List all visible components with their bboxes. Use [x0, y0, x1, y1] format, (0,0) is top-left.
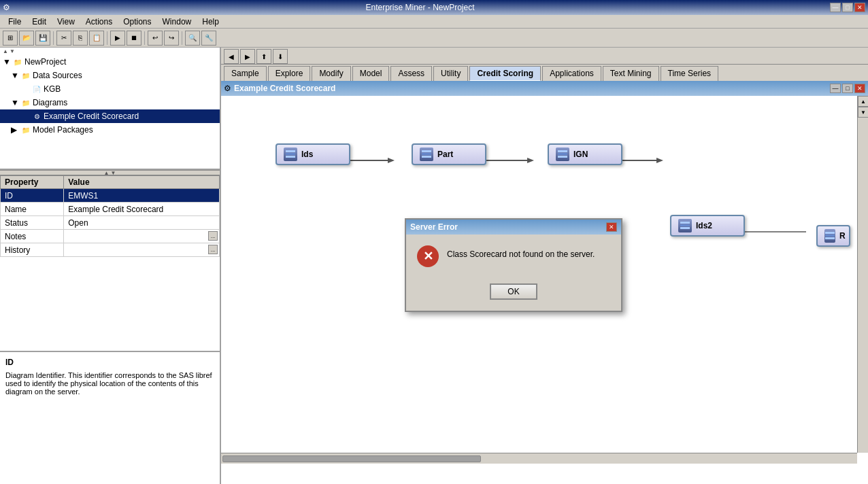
diagram-maximize[interactable]: □: [842, 84, 853, 93]
tab-bar: Sample Explore Modify Model Assess Utili…: [221, 65, 868, 81]
svg-rect-12: [422, 156, 431, 158]
tab-nav-left[interactable]: ◀: [224, 49, 239, 64]
tab-modify[interactable]: Modify: [312, 66, 350, 81]
left-panel: ▲ ▼ ▼ 📁 NewProject ▼ 📁 Data Sources 📄 KG…: [0, 48, 221, 484]
menu-view[interactable]: View: [52, 16, 80, 28]
node-partial-label: R: [839, 231, 846, 241]
tab-applications[interactable]: Applications: [542, 66, 601, 81]
prop-id-value: EMWS1: [64, 189, 220, 203]
datasources-icon: 📁: [20, 70, 31, 81]
toolbar-paste[interactable]: 📋: [89, 31, 104, 46]
tree-example-cs[interactable]: ⚙ Example Credit Scorecard: [0, 109, 220, 123]
prop-row-id[interactable]: ID EMWS1: [1, 189, 220, 203]
tree-diagrams-label: Diagrams: [33, 98, 67, 107]
tab-sample[interactable]: Sample: [224, 66, 267, 81]
panel-up-arrow[interactable]: ▲: [3, 48, 8, 54]
panel-resize-handle[interactable]: ▲ ▼: [0, 170, 220, 175]
tab-credit-scoring[interactable]: Credit Scoring: [469, 66, 541, 81]
node-part-label: Part: [437, 150, 453, 159]
node-ign[interactable]: IGN: [548, 143, 622, 165]
h-scrollbar[interactable]: [221, 453, 857, 464]
toolbar-save[interactable]: 💾: [35, 31, 50, 46]
prop-row-notes[interactable]: Notes ...: [1, 230, 220, 243]
diagram-minimize[interactable]: —: [830, 84, 841, 93]
v-scrollbar[interactable]: ▲ ▼: [857, 96, 868, 453]
diagram-title-controls[interactable]: — □ ✕: [830, 84, 865, 93]
menu-file[interactable]: File: [3, 16, 27, 28]
node-ids2[interactable]: Ids2: [670, 215, 745, 237]
tab-explore[interactable]: Explore: [268, 66, 311, 81]
error-close-button[interactable]: ✕: [606, 222, 617, 232]
v-scroll-down[interactable]: ▼: [858, 107, 868, 118]
node-partial[interactable]: R: [816, 225, 850, 247]
toolbar-cut[interactable]: ✂: [56, 31, 71, 46]
node-ids-label: Ids: [301, 150, 313, 159]
tab-text-mining[interactable]: Text Mining: [603, 66, 659, 81]
prop-notes-value: ...: [64, 230, 220, 243]
h-scroll-thumb[interactable]: [222, 455, 481, 462]
minimize-button[interactable]: —: [830, 3, 841, 12]
tree-model-packages[interactable]: ▶ 📁 Model Packages: [0, 123, 220, 137]
svg-marker-3: [527, 158, 534, 163]
prop-status-value: Open: [64, 216, 220, 230]
main-layout: ▲ ▼ ▼ 📁 NewProject ▼ 📁 Data Sources 📄 KG…: [0, 48, 868, 484]
prop-history-value: ...: [64, 243, 220, 257]
menu-edit[interactable]: Edit: [27, 16, 52, 28]
toolbar-undo[interactable]: ↩: [148, 31, 163, 46]
toolbar-zoom-in[interactable]: 🔍: [185, 31, 200, 46]
panel-down-arrow[interactable]: ▼: [10, 48, 15, 54]
tab-nav-up[interactable]: ⬆: [256, 49, 271, 64]
tab-assess[interactable]: Assess: [390, 66, 432, 81]
project-icon: 📁: [12, 56, 23, 67]
toolbar-props[interactable]: 🔧: [201, 31, 216, 46]
menu-window[interactable]: Window: [157, 16, 197, 28]
toolbar-copy[interactable]: ⎘: [73, 31, 88, 46]
node-part[interactable]: Part: [412, 143, 486, 165]
menu-help[interactable]: Help: [197, 16, 224, 28]
toolbar-new[interactable]: ⊞: [3, 31, 18, 46]
diagram-title-text: Example Credit Scorecard: [234, 84, 335, 93]
svg-rect-15: [558, 156, 567, 158]
tree-kgb[interactable]: 📄 KGB: [0, 82, 220, 96]
toolbar-stop[interactable]: ⏹: [127, 31, 141, 46]
tree-kgb-label: KGB: [44, 84, 61, 94]
node-ign-label: IGN: [573, 150, 588, 159]
toolbar: ⊞ 📂 💾 ✂ ⎘ 📋 ▶ ⏹ ↩ ↪ 🔍 🔧: [0, 29, 868, 48]
tree-diagrams[interactable]: ▼ 📁 Diagrams: [0, 96, 220, 109]
diagram-window: ⚙ Example Credit Scorecard — □ ✕: [221, 81, 868, 464]
diagram-close[interactable]: ✕: [854, 84, 865, 93]
tree-datasources[interactable]: ▼ 📁 Data Sources: [0, 69, 220, 82]
app-title: Enterprise Miner - NewProject: [10, 3, 830, 12]
menu-actions[interactable]: Actions: [80, 16, 118, 28]
close-button[interactable]: ✕: [854, 3, 865, 12]
tab-model[interactable]: Model: [352, 66, 390, 81]
prop-row-status[interactable]: Status Open: [1, 216, 220, 230]
node-ign-icon: [556, 148, 569, 161]
diagram-title-left: ⚙ Example Credit Scorecard: [224, 84, 335, 93]
title-controls[interactable]: — □ ✕: [830, 3, 865, 12]
svg-rect-8: [286, 153, 295, 155]
svg-rect-21: [825, 237, 835, 239]
properties-panel: Property Value ID EMWS1 Name Example Cre…: [0, 175, 220, 352]
error-ok-button[interactable]: OK: [490, 283, 537, 300]
tab-nav-right[interactable]: ▶: [240, 49, 255, 64]
prop-row-name[interactable]: Name Example Credit Scorecard: [1, 203, 220, 216]
tab-utility[interactable]: Utility: [433, 66, 468, 81]
v-scroll-up[interactable]: ▲: [858, 96, 868, 107]
mp-icon: 📁: [20, 124, 31, 135]
tab-nav-down[interactable]: ⬇: [273, 49, 288, 64]
notes-edit-button[interactable]: ...: [208, 231, 218, 241]
tab-time-series[interactable]: Time Series: [661, 66, 719, 81]
prop-row-history[interactable]: History ...: [1, 243, 220, 257]
node-ids-icon: [284, 148, 297, 161]
history-edit-button[interactable]: ...: [208, 245, 218, 254]
diagrams-icon: 📁: [20, 97, 31, 108]
node-ids[interactable]: Ids: [276, 143, 350, 165]
maximize-button[interactable]: □: [842, 3, 853, 12]
menu-options[interactable]: Options: [118, 16, 156, 28]
tree-root[interactable]: ▼ 📁 NewProject: [0, 55, 220, 69]
toolbar-redo[interactable]: ↪: [164, 31, 179, 46]
toolbar-run[interactable]: ▶: [110, 31, 125, 46]
toolbar-open[interactable]: 📂: [19, 31, 34, 46]
panel-resize-arrows[interactable]: ▲ ▼: [0, 48, 220, 55]
